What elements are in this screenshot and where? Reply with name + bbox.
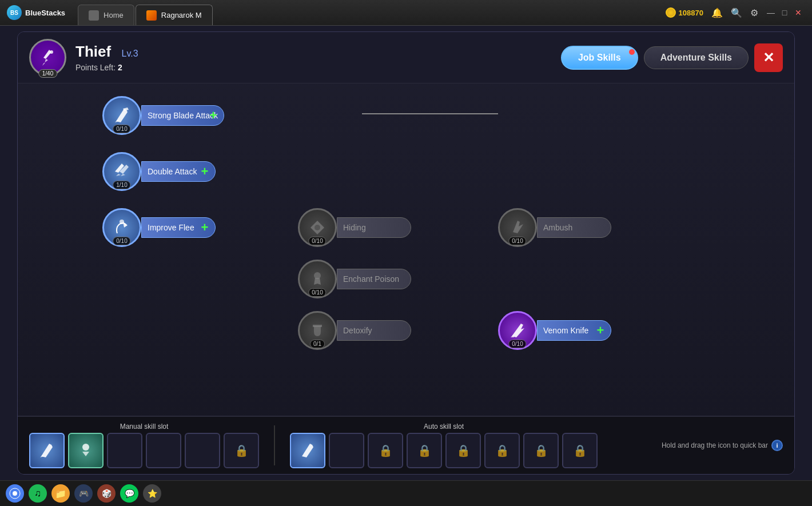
taskbar-extra[interactable]: ⭐ <box>143 484 161 503</box>
skill-panel: 1/40 Thief Lv.3 Points Left: 2 Job Skill… <box>17 31 795 475</box>
tab-ragnarok[interactable]: Ragnarok M <box>136 5 213 25</box>
hiding-name: Hiding <box>343 223 366 232</box>
venom-knife-name: Venom Knife <box>543 326 588 335</box>
manual-slot-4[interactable] <box>146 433 181 468</box>
coin-icon <box>666 7 676 18</box>
manual-slots-row: 🔒 <box>29 433 259 468</box>
venom-knife-plus-button[interactable]: + <box>592 322 608 338</box>
hint-text: Hold and drag the icon to quick bar <box>662 441 768 449</box>
enchant-poison-name: Enchant Poison <box>343 274 399 284</box>
ambush-name: Ambush <box>543 223 572 232</box>
taskbar-spotify[interactable]: ♫ <box>29 484 47 503</box>
bluestacks-logo: BS BlueStacks <box>0 5 72 20</box>
info-icon[interactable]: i <box>771 440 783 451</box>
char-info: Thief Lv.3 Points Left: 2 <box>75 43 552 72</box>
window-controls: — □ ✕ <box>766 8 803 17</box>
svg-point-5 <box>315 329 320 334</box>
venom-knife-icon[interactable]: 0/10 <box>498 311 537 350</box>
job-skills-tab[interactable]: Job Skills <box>561 46 638 70</box>
manual-slot-group: Manual skill slot <box>29 423 259 468</box>
skill-node-detoxify: 0/1 Detoxify <box>298 311 411 350</box>
enchant-poison-icon[interactable]: 0/10 <box>298 260 337 298</box>
close-window-button[interactable]: ✕ <box>794 8 803 17</box>
tab-home-label: Home <box>104 11 124 19</box>
tab-ragnarok-label: Ragnarok M <box>161 11 202 19</box>
tab-home[interactable]: Home <box>78 5 134 25</box>
auto-slot-label: Auto skill slot <box>424 423 464 431</box>
manual-slot-2-icon <box>75 440 96 461</box>
tab-bar: Home Ragnarok M <box>78 0 214 25</box>
ambush-icon[interactable]: 0/10 <box>498 208 537 247</box>
chrome-icon <box>9 488 21 499</box>
detoxify-level: 0/1 <box>310 340 325 348</box>
minimize-button[interactable]: — <box>766 8 775 17</box>
ambush-icon-img <box>507 217 528 238</box>
char-name: Thief <box>75 43 111 60</box>
manual-slot-3[interactable] <box>107 433 142 468</box>
avatar-level-badge: 1/40 <box>38 69 57 78</box>
strong-blade-icon <box>112 105 132 126</box>
svg-point-3 <box>315 225 320 230</box>
venom-knife-icon-img <box>507 320 528 341</box>
spotify-icon: ♫ <box>34 488 41 499</box>
auto-slot-8[interactable]: 🔒 <box>562 433 598 468</box>
skill-slots-bar: Manual skill slot <box>18 416 794 474</box>
top-bar: BS BlueStacks Home Ragnarok M 108870 🔔 🔍… <box>0 0 812 26</box>
points-left-value: 2 <box>118 63 122 72</box>
skill-node-enchant-poison: 0/10 Enchant Poison <box>298 260 411 298</box>
steam-icon: 🎮 <box>79 489 89 498</box>
improve-flee-level: 0/10 <box>113 237 130 245</box>
manual-slot-1[interactable] <box>29 433 65 468</box>
double-attack-label-bar: Double Attack + <box>141 161 216 182</box>
enchant-poison-label-bar: Enchant Poison <box>337 269 411 289</box>
double-attack-plus-button[interactable]: + <box>197 164 213 180</box>
detoxify-icon[interactable]: 0/1 <box>298 311 337 350</box>
skill-node-hiding: 0/10 Hiding <box>298 208 411 247</box>
folder-icon: 📁 <box>55 488 66 499</box>
skill-node-ambush: 0/10 Ambush <box>498 208 611 247</box>
skill-node-venom-knife: 0/10 Venom Knife + <box>498 311 611 350</box>
skill-tree: 0/10 Strong Blade Attack + 1/10 <box>18 83 794 416</box>
taskbar-steam[interactable]: 🎮 <box>74 484 93 503</box>
char-level: Lv.3 <box>122 49 138 58</box>
bell-icon[interactable]: 🔔 <box>711 7 723 18</box>
auto-slot-1[interactable] <box>290 433 325 468</box>
hiding-level: 0/10 <box>308 237 326 245</box>
taskbar-folder[interactable]: 📁 <box>51 484 70 503</box>
double-attack-icon[interactable]: 1/10 <box>102 152 141 191</box>
extra-icon: ⭐ <box>148 489 157 498</box>
strong-blade-plus-button[interactable]: + <box>205 107 221 123</box>
auto-slot-6[interactable]: 🔒 <box>484 433 520 468</box>
auto-slot-5[interactable]: 🔒 <box>445 433 481 468</box>
maximize-button[interactable]: □ <box>780 8 789 17</box>
manual-slot-5[interactable] <box>185 433 220 468</box>
app-name: BlueStacks <box>25 9 65 17</box>
enchant-poison-level: 0/10 <box>308 288 326 297</box>
skill-node-strong-blade-attack: 0/10 Strong Blade Attack + <box>102 96 224 135</box>
auto-slot-4[interactable]: 🔒 <box>407 433 442 468</box>
auto-slot-2[interactable] <box>329 433 364 468</box>
strong-blade-label-bar: Strong Blade Attack + <box>141 105 224 126</box>
hiding-icon-img <box>307 217 328 238</box>
points-left: Points Left: 2 <box>75 63 552 72</box>
manual-slot-6[interactable]: 🔒 <box>224 433 259 468</box>
taskbar-game2[interactable]: 🎲 <box>97 484 116 503</box>
improve-flee-plus-button[interactable]: + <box>197 220 213 236</box>
auto-slot-3[interactable]: 🔒 <box>368 433 403 468</box>
manual-slot-2[interactable] <box>68 433 104 468</box>
double-attack-icon-img <box>112 161 132 182</box>
improve-flee-icon[interactable]: 0/10 <box>102 208 141 247</box>
skill-node-double-attack: 1/10 Double Attack + <box>102 152 216 191</box>
search-icon[interactable]: 🔍 <box>731 7 742 18</box>
settings-icon[interactable]: ⚙ <box>750 7 758 18</box>
svg-point-2 <box>120 220 124 224</box>
auto-slot-7[interactable]: 🔒 <box>523 433 559 468</box>
close-panel-button[interactable]: ✕ <box>754 43 783 72</box>
taskbar-chrome[interactable] <box>6 484 24 503</box>
adventure-skills-tab[interactable]: Adventure Skills <box>644 46 749 69</box>
taskbar-line[interactable]: 💬 <box>120 484 138 503</box>
hiding-icon[interactable]: 0/10 <box>298 208 337 247</box>
strong-blade-attack-icon[interactable]: 0/10 <box>102 96 141 135</box>
manual-slot-label: Manual skill slot <box>120 423 169 431</box>
improve-flee-label-bar: Improve Flee + <box>141 217 216 238</box>
